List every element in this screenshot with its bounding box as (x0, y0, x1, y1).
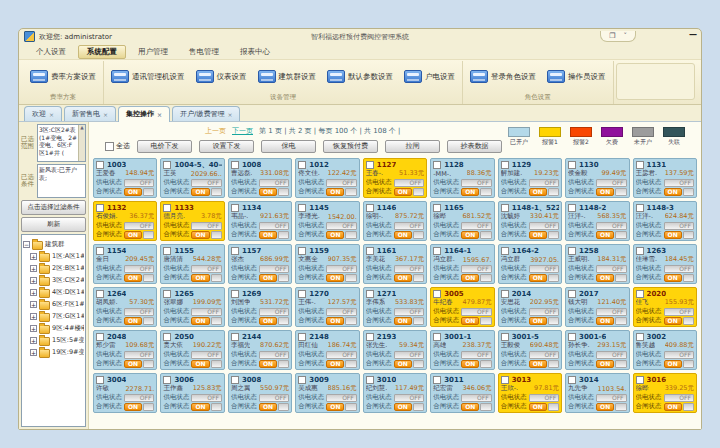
switch-on-badge[interactable]: ON (461, 274, 479, 282)
tree-node-2[interactable]: +3区:C区2#井 ( (23, 274, 84, 286)
meter-card[interactable]: 1157 张杰 686.99元 供电状态 OFF 合闸状态 ON (228, 244, 292, 284)
card-checkbox[interactable] (636, 161, 644, 169)
meter-card[interactable]: 3001-5 王毅俊 690.48元 供电状态 OFF 合闸状态 ON (498, 330, 562, 370)
meter-card[interactable]: 1155 唐清清 544.28元 供电状态 OFF 合闸状态 ON (160, 244, 224, 284)
card-checkbox[interactable] (163, 376, 171, 384)
card-checkbox[interactable] (501, 333, 509, 341)
switch-on-badge[interactable]: ON (259, 317, 277, 325)
card-checkbox[interactable] (501, 204, 509, 212)
ribbon-button-2-1[interactable]: 操作员设置 (544, 68, 609, 85)
card-checkbox[interactable] (568, 161, 576, 169)
tab-2[interactable]: 集控操作× (118, 106, 170, 122)
switch-on-badge[interactable]: ON (596, 188, 614, 196)
expand-icon[interactable]: + (30, 265, 37, 272)
switch-on-badge[interactable]: ON (664, 188, 682, 196)
tree-node-0[interactable]: +1区:A区1#井 (23, 250, 84, 262)
meter-card[interactable]: 1012 佟文佳. 122.42元 供电状态 OFF 合闸状态 ON (295, 158, 359, 198)
switch-on-badge[interactable]: ON (259, 231, 277, 239)
switch-on-badge[interactable]: ON (596, 360, 614, 368)
card-checkbox[interactable] (568, 247, 576, 255)
card-checkbox[interactable] (501, 161, 509, 169)
select-all-checkbox[interactable] (105, 142, 114, 151)
meter-card[interactable]: 1132 石俊娟. 36.37元 供电状态 OFF 合闸状态 ON (93, 201, 157, 241)
meter-card[interactable]: 1264 胡凤娇. 57.30元 供电状态 OFF 合闸状态 ON (93, 287, 157, 327)
prev-page-link[interactable]: 上一页 (205, 126, 226, 136)
scrollbar[interactable]: ▲ (78, 125, 85, 161)
ribbon-button-1-3[interactable]: 默认参数设置 (324, 68, 396, 85)
card-checkbox[interactable] (568, 204, 576, 212)
card-checkbox[interactable] (366, 376, 374, 384)
ribbon-button-2-0[interactable]: 登录角色设置 (467, 68, 539, 85)
meter-card[interactable]: 1165 徐晔 681.52元 供电状态 OFF 合闸状态 ON (430, 201, 494, 241)
meter-card[interactable]: 1145 李瑾光. 1542.00. 供电状态 OFF 合闸状态 ON (295, 201, 359, 241)
expand-icon[interactable]: + (30, 325, 37, 332)
tab-close-icon[interactable]: × (227, 111, 232, 118)
card-checkbox[interactable] (231, 376, 239, 384)
meter-card[interactable]: 1270 王伟-. 127.57元 供电状态 OFF 合闸状态 ON (295, 287, 359, 327)
switch-on-badge[interactable]: ON (326, 231, 344, 239)
tab-close-icon[interactable]: × (49, 111, 54, 118)
meter-card[interactable]: 1146 徐明-. 875.72元 供电状态 OFF 合闸状态 ON (363, 201, 427, 241)
switch-on-badge[interactable]: ON (326, 317, 344, 325)
card-checkbox[interactable] (433, 333, 441, 341)
toolbar-button-1[interactable]: 设置下发 (199, 140, 254, 153)
tree-node-6[interactable]: +9区:4#楼电井 ( (23, 322, 84, 334)
meter-card[interactable]: 3002 鲁笑越 409.88元 供电状态 OFF 合闸状态 ON (633, 330, 697, 370)
switch-on-badge[interactable]: ON (259, 360, 277, 368)
expand-icon[interactable]: + (30, 349, 37, 356)
switch-on-badge[interactable]: ON (596, 317, 614, 325)
choose-filter-button[interactable]: 点击选择过滤条件 (21, 200, 86, 215)
meter-card[interactable]: 3009 吴成惠 885.16元 供电状态 OFF 合闸状态 ON (295, 373, 359, 413)
meter-card[interactable]: 1008 曹远磊. 331.08元 供电状态 OFF 合闸状态 ON (228, 158, 292, 198)
toolbar-button-5[interactable]: 抄表数据 (447, 140, 502, 153)
card-checkbox[interactable] (636, 290, 644, 298)
tree-node-8[interactable]: +19区:9#变电站 (23, 346, 84, 358)
card-checkbox[interactable] (501, 290, 509, 298)
meter-card[interactable]: 1263 佳琳雪. 184.45元 供电状态 OFF 合闸状态 ON (633, 244, 697, 284)
meter-card[interactable]: 1258 王威明. 184.31元 供电状态 OFF 合闸状态 ON (565, 244, 629, 284)
refresh-button[interactable]: 刷新 (21, 217, 86, 232)
ribbon-button-1-1[interactable]: 仪表设置 (193, 68, 250, 85)
switch-on-badge[interactable]: ON (529, 360, 547, 368)
meter-card[interactable]: 1164-1 冯立群. 1595.67. 供电状态 OFF 合闸状态 ON (430, 244, 494, 284)
expand-icon[interactable]: + (30, 301, 37, 308)
switch-on-badge[interactable]: ON (461, 360, 479, 368)
menu-item-4[interactable]: 报表中心 (231, 45, 279, 59)
switch-on-badge[interactable]: ON (259, 188, 277, 196)
card-checkbox[interactable] (636, 376, 644, 384)
tab-close-icon[interactable]: × (103, 111, 108, 118)
card-checkbox[interactable] (96, 204, 104, 212)
card-checkbox[interactable] (231, 161, 239, 169)
meter-card[interactable]: 1127 王春-. 51.33元 供电状态 OFF 合闸状态 ON (363, 158, 427, 198)
switch-on-badge[interactable]: ON (124, 317, 142, 325)
ribbon-button-0-0[interactable]: 费率方案设置 (27, 68, 99, 85)
switch-on-badge[interactable]: ON (191, 231, 209, 239)
switch-on-badge[interactable]: ON (191, 274, 209, 282)
card-checkbox[interactable] (163, 247, 171, 255)
expand-icon[interactable]: + (30, 289, 37, 296)
window-minimize-icon[interactable]: — (689, 30, 697, 39)
toolbar-button-3[interactable]: 恢复预付费 (323, 140, 378, 153)
switch-on-badge[interactable]: ON (596, 274, 614, 282)
meter-card[interactable]: 3006 王作鑫 125.83元 供电状态 OFF 合闸状态 ON (160, 373, 224, 413)
card-checkbox[interactable] (96, 333, 104, 341)
card-checkbox[interactable] (366, 290, 374, 298)
card-checkbox[interactable] (163, 333, 171, 341)
card-checkbox[interactable] (433, 161, 441, 169)
card-checkbox[interactable] (163, 161, 171, 169)
meter-card[interactable]: 3005 牛纪春 479.87元 供电状态 OFF 合闸状态 ON (430, 287, 494, 327)
meter-card[interactable]: 1271 李伟系 533.83元 供电状态 OFF 合闸状态 ON (363, 287, 427, 327)
expand-icon[interactable]: + (30, 337, 37, 344)
meter-card[interactable]: 3001-1 高雄 238.37元 供电状态 OFF 合闸状态 ON (430, 330, 494, 370)
toolbar-button-4[interactable]: 拉闸 (385, 140, 440, 153)
switch-on-badge[interactable]: ON (124, 231, 142, 239)
selected-filter-listbox[interactable]: 新风表:已开户表; (37, 164, 86, 198)
meter-card[interactable]: 2017 钱大明 121.40元 供电状态 OFF 合闸状态 ON (565, 287, 629, 327)
switch-on-badge[interactable]: ON (259, 274, 277, 282)
switch-on-badge[interactable]: ON (124, 360, 142, 368)
switch-on-badge[interactable]: ON (326, 274, 344, 282)
card-checkbox[interactable] (231, 333, 239, 341)
card-checkbox[interactable] (636, 247, 644, 255)
switch-on-badge[interactable]: ON (191, 188, 209, 196)
switch-on-badge[interactable]: ON (664, 274, 682, 282)
